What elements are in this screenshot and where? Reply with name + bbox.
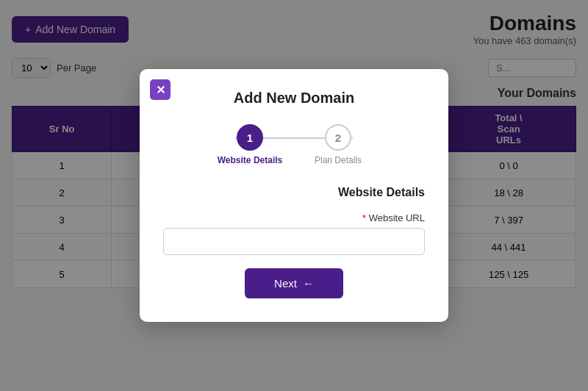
next-button[interactable]: Next ← bbox=[245, 268, 343, 298]
website-url-input[interactable] bbox=[163, 228, 425, 255]
modal-close-button[interactable]: ✕ bbox=[150, 79, 171, 100]
required-star: * bbox=[362, 212, 366, 223]
step-2-circle: 2 bbox=[325, 124, 351, 151]
next-button-label: Next bbox=[274, 277, 297, 290]
step-1-item: 1 Website Details bbox=[206, 124, 294, 165]
step-2-item: 2 Plan Details bbox=[294, 124, 382, 165]
next-arrow-icon: ← bbox=[303, 277, 314, 290]
modal-overlay: ✕ Add New Domain 1 Website Details 2 Pla… bbox=[0, 0, 588, 391]
form-section-title: Website Details bbox=[163, 186, 425, 199]
stepper: 1 Website Details 2 Plan Details bbox=[163, 124, 425, 165]
step-1-circle: 1 bbox=[237, 124, 263, 151]
website-url-label: * Website URL bbox=[163, 212, 425, 223]
add-domain-modal: ✕ Add New Domain 1 Website Details 2 Pla… bbox=[140, 69, 448, 322]
step-1-label: Website Details bbox=[218, 155, 282, 165]
modal-title: Add New Domain bbox=[163, 90, 425, 107]
website-url-group: * Website URL bbox=[163, 212, 425, 255]
step-2-label: Plan Details bbox=[315, 155, 362, 165]
